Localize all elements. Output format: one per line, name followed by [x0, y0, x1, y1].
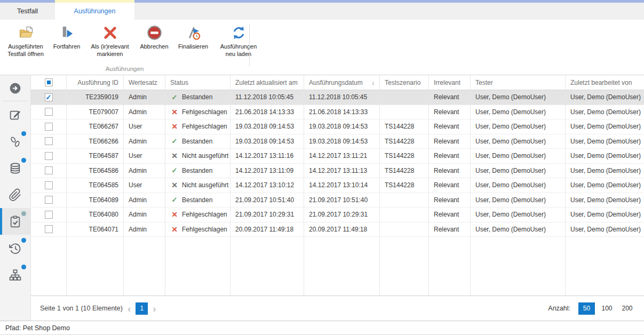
column-header-irrelevant[interactable]: Irrelevant: [429, 75, 471, 90]
cell-executed-at: 21.06.2018 14:13:33: [304, 105, 380, 120]
table-row[interactable]: TE2359019 Admin ✓ Bestanden 11.12.2018 1…: [31, 90, 644, 105]
cell-execution-id: TE064586: [67, 164, 124, 179]
column-header-execution-id[interactable]: Ausführung ID: [67, 75, 124, 90]
button-label: Ausgeführten Testfall öffnen: [5, 43, 46, 58]
cell-wertesatz: Admin: [124, 134, 165, 149]
cancel-button[interactable]: Abbrechen: [136, 23, 173, 51]
status-passed-icon: ✓: [170, 94, 179, 101]
column-header-updated-at[interactable]: Zuletzt aktualisiert am: [230, 75, 304, 90]
cell-updated-at: 21.06.2018 14:13:33: [230, 105, 304, 120]
row-select-cell[interactable]: [31, 90, 67, 105]
row-select-cell[interactable]: [31, 119, 67, 134]
next-page-button[interactable]: ›: [153, 304, 156, 314]
previous-page-button[interactable]: ‹: [128, 304, 131, 314]
cell-executed-at: 19.03.2018 09:14:53: [304, 134, 380, 149]
cell-execution-id: TE2359019: [67, 90, 124, 105]
sidebar-item-attachments[interactable]: [0, 181, 30, 208]
row-checkbox[interactable]: [45, 152, 53, 160]
cell-execution-id: TE064071: [67, 222, 124, 237]
page-size-option-200[interactable]: 200: [619, 302, 635, 315]
sidebar-item-executions[interactable]: [0, 208, 30, 235]
cell-irrelevant: Relevant: [429, 208, 471, 222]
row-checkbox[interactable]: [45, 108, 53, 116]
cell-wertesatz: Admin: [124, 193, 165, 208]
column-header-executed-at[interactable]: Ausführungsdatum ↓: [304, 75, 380, 90]
row-select-cell[interactable]: [31, 208, 67, 222]
status-label: Fehlgeschlagen: [182, 123, 227, 130]
cell-execution-id: TE064080: [67, 208, 124, 222]
table-row[interactable]: TE064080 Admin ✕ Fehlgeschlagen 21.09.20…: [31, 208, 644, 222]
cell-last-edited-by: User, Demo (DemoUser): [566, 164, 644, 179]
row-select-cell[interactable]: [31, 164, 67, 179]
row-checkbox[interactable]: [45, 181, 53, 189]
sidebar-item-edit[interactable]: [0, 101, 30, 128]
table-row[interactable]: TE064071 Admin ✕ Fehlgeschlagen 20.09.20…: [31, 222, 644, 237]
sidebar-item-expand[interactable]: [0, 75, 30, 101]
mark-irrelevant-button[interactable]: Als (ir)relevant markieren: [84, 23, 136, 59]
select-all-checkbox[interactable]: [45, 78, 53, 86]
row-checkbox[interactable]: [45, 137, 53, 145]
row-select-cell[interactable]: [31, 222, 67, 237]
cell-executed-at: 14.12.2017 13:11:13: [304, 164, 380, 179]
continue-button[interactable]: Fortfahren: [49, 23, 84, 51]
header-select-all-cell[interactable]: [31, 75, 67, 90]
sitemap-icon: [9, 268, 22, 282]
row-checkbox[interactable]: [45, 196, 53, 204]
status-passed-icon: ✓: [170, 167, 179, 174]
row-select-cell[interactable]: [31, 105, 67, 120]
row-checkbox[interactable]: [45, 123, 53, 131]
cell-last-edited-by: User, Demo (DemoUser): [566, 178, 644, 193]
column-header-last-edited-by[interactable]: Zuletzt bearbeitet von: [566, 75, 644, 90]
cell-status: ✕ Nicht ausgeführt: [165, 178, 230, 193]
column-header-wertesatz[interactable]: Wertesatz: [124, 75, 165, 90]
tab-ausfuehrungen[interactable]: Ausführungen: [55, 3, 134, 20]
sidebar-item-hierarchy[interactable]: [0, 261, 30, 288]
column-header-tester[interactable]: Tester: [471, 75, 566, 90]
open-executed-testcase-button[interactable]: Ausgeführten Testfall öffnen: [2, 23, 49, 59]
reload-executions-button[interactable]: Ausführungen neu laden: [213, 23, 264, 59]
status-passed-icon: ✓: [170, 196, 179, 203]
cell-updated-at: 19.03.2018 09:14:53: [230, 119, 304, 134]
row-select-cell[interactable]: [31, 178, 67, 193]
row-select-cell[interactable]: [31, 134, 67, 149]
page-number-button[interactable]: 1: [136, 302, 148, 315]
cell-tester: User, Demo (DemoUser): [471, 222, 566, 237]
sidebar-item-data[interactable]: [0, 155, 30, 181]
row-checkbox[interactable]: [45, 225, 53, 233]
mark-irrelevant-icon: [102, 25, 118, 41]
table-row[interactable]: TE066267 User ✕ Fehlgeschlagen 19.03.201…: [31, 119, 644, 134]
cell-testszenario: TS144228: [380, 119, 429, 134]
page-size-option-50[interactable]: 50: [578, 302, 595, 315]
cell-execution-id: TE064587: [67, 149, 124, 164]
status-label: Bestanden: [182, 138, 212, 145]
paperclip-icon: [9, 188, 22, 202]
page-size-label: Anzahl:: [548, 305, 570, 312]
footsteps-icon: [9, 135, 22, 148]
cell-wertesatz: Admin: [124, 164, 165, 179]
sidebar-item-steps[interactable]: [0, 128, 30, 155]
row-checkbox[interactable]: [45, 211, 53, 219]
path-label: Pfad: Pet Shop Demo: [5, 324, 70, 332]
column-header-testszenario[interactable]: Testszenario: [380, 75, 429, 90]
table-row[interactable]: TE064585 User ✕ Nicht ausgeführt 14.12.2…: [31, 178, 644, 193]
cell-execution-id: TE066266: [67, 134, 124, 149]
page-size-option-100[interactable]: 100: [599, 302, 615, 315]
table-row[interactable]: TE066266 Admin ✓ Bestanden 19.03.2018 09…: [31, 134, 644, 149]
row-select-cell[interactable]: [31, 193, 67, 208]
table-row[interactable]: TE064089 Admin ✓ Bestanden 21.09.2017 10…: [31, 193, 644, 208]
table-row[interactable]: TE064587 User ✕ Nicht ausgeführt 14.12.2…: [31, 149, 644, 164]
database-icon: [9, 162, 22, 175]
row-select-cell[interactable]: [31, 149, 67, 164]
finalize-button[interactable]: Finalisieren: [173, 23, 213, 51]
row-checkbox[interactable]: [45, 93, 53, 101]
cell-status: ✓ Bestanden: [165, 164, 230, 179]
cell-wertesatz: Admin: [124, 90, 165, 105]
column-header-status[interactable]: Status: [165, 75, 230, 90]
table-row[interactable]: TE064586 Admin ✓ Bestanden 14.12.2017 13…: [31, 164, 644, 179]
status-failed-icon: ✕: [170, 226, 179, 233]
table-row[interactable]: TE079007 Admin ✕ Fehlgeschlagen 21.06.20…: [31, 105, 644, 120]
page-size-selector: Anzahl: 50 100 200: [548, 302, 635, 315]
sidebar-item-history[interactable]: [0, 235, 30, 261]
row-checkbox[interactable]: [45, 166, 53, 174]
tab-testfall[interactable]: Testfall: [0, 3, 55, 20]
